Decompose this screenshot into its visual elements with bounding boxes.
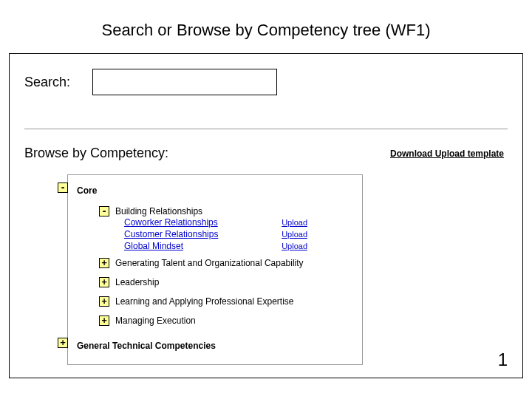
page-number: 1 — [498, 349, 508, 370]
expand-icon[interactable]: + — [99, 316, 109, 326]
tree-label-building: Building Relationships — [115, 206, 352, 216]
tree-node-managing: + Managing Execution — [99, 313, 352, 329]
search-label: Search: — [24, 75, 70, 90]
browse-label: Browse by Competency: — [24, 146, 168, 161]
tree-node-gentech: + General Technical Competencies — [77, 338, 352, 354]
search-row: Search: — [24, 69, 508, 95]
leaf-coworker[interactable]: Coworker Relationships — [124, 217, 218, 228]
expand-icon[interactable]: + — [58, 338, 68, 348]
tree-label-leadership: Leadership — [115, 277, 159, 287]
download-template-link[interactable]: Download Upload template — [390, 149, 504, 159]
expand-icon[interactable]: + — [99, 277, 109, 287]
tree-node-core: - Core - Building Relationships Coworker… — [77, 183, 352, 329]
search-input[interactable] — [92, 69, 277, 95]
tree-label-learning: Learning and Applying Professional Exper… — [115, 296, 294, 307]
tree-node-building: - Building Relationships Coworker Relati… — [99, 206, 352, 252]
tree-node-gentalent: + Generating Talent and Organizational C… — [99, 255, 352, 271]
tree-node-learning: + Learning and Applying Professional Exp… — [99, 293, 352, 310]
leaf-global[interactable]: Global Mindset — [124, 241, 183, 251]
main-panel: Search: Browse by Competency: Download U… — [9, 53, 523, 378]
page-title: Search or Browse by Competency tree (WF1… — [0, 0, 532, 53]
tree-label-gentech: General Technical Competencies — [77, 341, 216, 351]
leaf-customer[interactable]: Customer Relationships — [124, 229, 218, 239]
collapse-icon[interactable]: - — [99, 206, 109, 216]
upload-link[interactable]: Upload — [282, 240, 307, 252]
expand-icon[interactable]: + — [99, 258, 109, 268]
tree-label-managing: Managing Execution — [115, 316, 196, 326]
tree-label-core: Core — [77, 185, 97, 196]
tree-node-leadership: + Leadership — [99, 274, 352, 290]
collapse-icon[interactable]: - — [58, 183, 68, 193]
expand-icon[interactable]: + — [99, 296, 109, 307]
tree-label-gentalent: Generating Talent and Organizational Cap… — [115, 258, 304, 268]
upload-link[interactable]: Upload — [282, 228, 307, 240]
divider — [24, 129, 508, 129]
browse-header: Browse by Competency: Download Upload te… — [24, 146, 508, 161]
competency-tree: - Core - Building Relationships Coworker… — [67, 174, 363, 365]
upload-link[interactable]: Upload — [282, 216, 307, 228]
